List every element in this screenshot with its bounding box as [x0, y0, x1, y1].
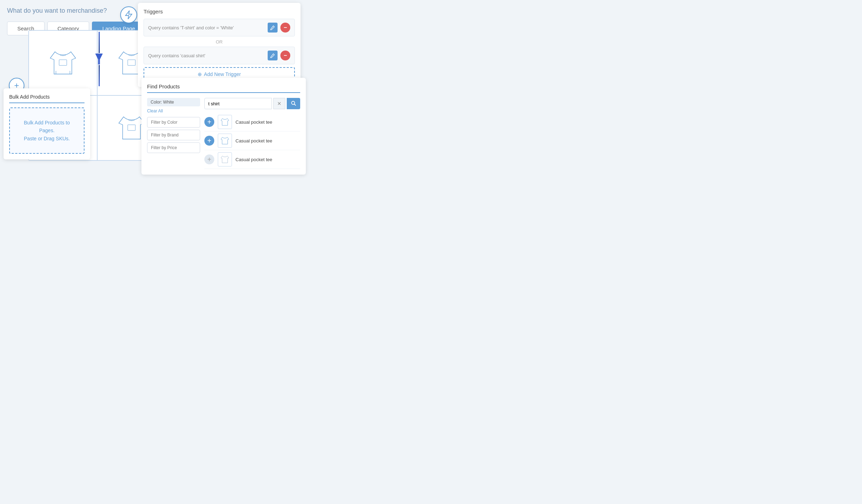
- result-thumb-1: [218, 115, 232, 129]
- find-products-title: Find Products: [147, 83, 300, 93]
- or-divider: OR: [144, 39, 295, 45]
- bulk-add-panel: Bulk Add Products Bulk Add Products to P…: [4, 88, 90, 159]
- trigger-actions-2: −: [268, 51, 290, 60]
- trigger-remove-btn-2[interactable]: −: [280, 51, 290, 60]
- trigger-row-2: Query contains 'casual shirt' −: [144, 47, 295, 64]
- triggers-panel: Triggers Query contains 'T-shirt' and co…: [138, 3, 301, 87]
- funnel-connector: [95, 32, 103, 86]
- product-cell-1: [29, 30, 97, 95]
- results-column: ✕ + Casual: [204, 98, 300, 169]
- main-container: What do you want to merchandise? Search …: [0, 0, 431, 252]
- bulk-add-title: Bulk Add Products: [9, 94, 85, 103]
- active-filter-tag: Color: White: [147, 98, 200, 106]
- result-thumb-2: [218, 134, 232, 148]
- clear-all-link[interactable]: Clear All: [147, 109, 200, 113]
- svg-line-7: [295, 104, 296, 105]
- search-submit-button[interactable]: [287, 98, 300, 109]
- result-name-3: Casual pocket tee: [235, 157, 272, 162]
- result-name-2: Casual pocket tee: [235, 138, 272, 143]
- trigger-edit-btn-1[interactable]: [268, 23, 278, 33]
- trigger-row-1: Query contains 'T-shirt' and color = 'Wh…: [144, 19, 295, 36]
- trigger-actions-1: −: [268, 23, 290, 33]
- find-products-body: Color: White Clear All ✕: [147, 98, 300, 169]
- result-row-3: + Casual pocket tee: [204, 150, 300, 169]
- filters-column: Color: White Clear All: [147, 98, 200, 169]
- search-input[interactable]: [204, 98, 272, 109]
- filter-brand-input[interactable]: [147, 130, 200, 140]
- result-row-1: + Casual pocket tee: [204, 113, 300, 131]
- result-add-btn-3[interactable]: +: [204, 154, 214, 164]
- bulk-drop-text: Bulk Add Products to Pages.Paste or Drag…: [24, 120, 70, 141]
- bulk-drop-area[interactable]: Bulk Add Products to Pages.Paste or Drag…: [9, 107, 85, 154]
- result-row-2: + Casual pocket tee: [204, 131, 300, 150]
- trigger-edit-btn-2[interactable]: [268, 51, 278, 60]
- lightning-button[interactable]: [120, 6, 137, 23]
- trigger-text-1: Query contains 'T-shirt' and color = 'Wh…: [148, 25, 268, 30]
- trigger-remove-btn-1[interactable]: −: [280, 23, 290, 33]
- result-add-btn-2[interactable]: +: [204, 136, 214, 146]
- search-clear-button[interactable]: ✕: [273, 98, 285, 109]
- search-bar: ✕: [204, 98, 300, 109]
- triggers-title: Triggers: [144, 8, 295, 14]
- filter-color-input[interactable]: [147, 117, 200, 128]
- trigger-text-2: Query contains 'casual shirt': [148, 53, 268, 58]
- find-products-panel: Find Products Color: White Clear All ✕: [141, 78, 306, 175]
- add-trigger-label: Add New Trigger: [204, 71, 241, 77]
- filter-price-input[interactable]: [147, 142, 200, 153]
- result-name-1: Casual pocket tee: [235, 119, 272, 125]
- result-thumb-3: [218, 152, 232, 166]
- result-add-btn-1[interactable]: +: [204, 117, 214, 127]
- svg-marker-3: [95, 54, 103, 64]
- add-trigger-plus-icon: ⊕: [198, 71, 202, 77]
